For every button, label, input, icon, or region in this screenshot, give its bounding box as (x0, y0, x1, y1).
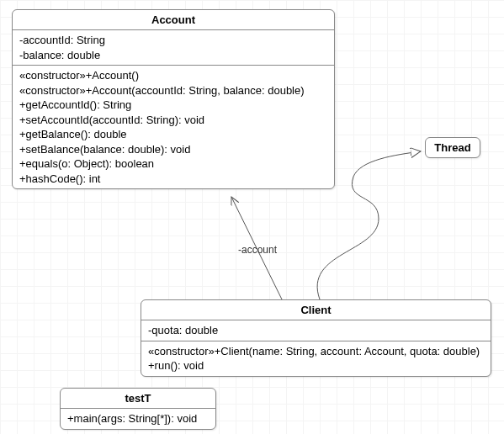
assoc-label-account: -account (238, 244, 277, 256)
attr: -balance: double (19, 48, 327, 63)
op: «constructor»+Account(accountId: String,… (19, 83, 327, 98)
class-account-attrs: -accountId: String -balance: double (13, 30, 334, 66)
op: «constructor»+Account() (19, 68, 327, 83)
class-client-ops: «constructor»+Client(name: String, accou… (141, 341, 491, 376)
class-account[interactable]: Account -accountId: String -balance: dou… (12, 9, 335, 189)
class-account-title: Account (13, 10, 334, 30)
class-testt-ops: +main(args: String[*]): void (61, 409, 215, 429)
op: +main(args: String[*]): void (67, 411, 209, 426)
class-client-title: Client (141, 300, 491, 320)
class-thread-title: Thread (426, 138, 480, 157)
attr: -accountId: String (19, 33, 327, 48)
class-client[interactable]: Client -quota: double «constructor»+Clie… (141, 299, 491, 377)
op: +setBalance(balance: double): void (19, 142, 327, 157)
class-testt[interactable]: testT +main(args: String[*]): void (60, 388, 216, 430)
op: +getAccountId(): String (19, 98, 327, 113)
attr: -quota: double (148, 323, 484, 338)
class-thread[interactable]: Thread (425, 137, 480, 158)
class-client-attrs: -quota: double (141, 320, 491, 341)
op: +equals(o: Object): boolean (19, 156, 327, 172)
op: +hashCode(): int (19, 172, 327, 187)
class-account-ops: «constructor»+Account() «constructor»+Ac… (13, 66, 334, 188)
op: «constructor»+Client(name: String, accou… (148, 344, 484, 359)
class-testt-title: testT (61, 389, 215, 409)
op: +setAccountId(accountId: String): void (19, 113, 327, 128)
op: +getBalance(): double (19, 127, 327, 142)
op: +run(): void (148, 358, 484, 373)
